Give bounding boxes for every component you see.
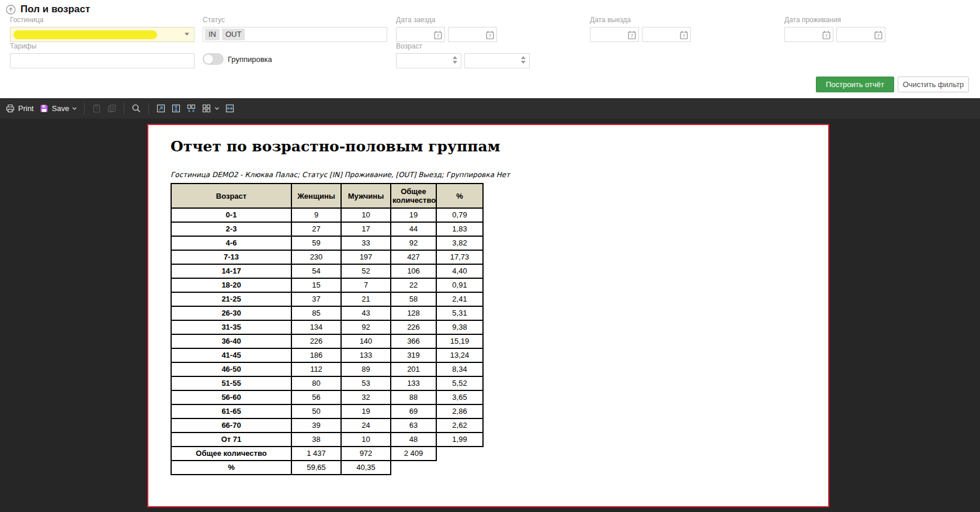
build-report-button[interactable]: Построить отчёт	[816, 77, 894, 92]
table-row: Общее количество1 4379722 409	[171, 447, 436, 461]
toolbar-divider	[148, 103, 149, 115]
departure-date-to-input[interactable]: 7	[642, 27, 691, 42]
report-table-wrap: Возраст Женщины Мужчины Общее количество…	[171, 183, 484, 475]
value-cell: 1 437	[291, 447, 341, 461]
departure-date-label: Дата выезда	[590, 16, 694, 25]
value-cell: 80	[291, 376, 341, 390]
value-cell: 63	[391, 418, 436, 433]
clear-filter-button[interactable]: Очистить фильтр	[898, 77, 969, 92]
search-button[interactable]	[131, 103, 141, 113]
value-cell: 92	[391, 236, 436, 250]
percent-table-body: %59,6540,35	[171, 461, 391, 475]
value-cell: 22	[391, 278, 436, 292]
print-label: Print	[18, 104, 34, 113]
value-cell: 140	[341, 334, 391, 348]
filter-panel: Пол и возраст Гостиница Статус IN OUT Да…	[0, 0, 980, 98]
zoom-page-button[interactable]	[156, 103, 166, 113]
value-cell: 10	[341, 208, 391, 222]
value-cell: 2,86	[436, 404, 483, 418]
stay-date-from-input[interactable]: 7	[784, 27, 833, 42]
row-label-cell: 66-70	[171, 418, 291, 433]
value-cell: 19	[391, 208, 436, 222]
fit-height-button[interactable]	[171, 103, 181, 113]
fit-width-button[interactable]	[225, 103, 235, 113]
status-tag-in[interactable]: IN	[205, 29, 220, 40]
row-label-cell: 36-40	[171, 334, 291, 348]
clipboard-button: ?	[92, 103, 102, 113]
calendar-icon[interactable]: 7	[874, 30, 882, 40]
value-cell: 5,31	[436, 306, 483, 320]
calendar-icon[interactable]: 7	[434, 30, 442, 40]
age-to-stepper[interactable]	[464, 53, 530, 68]
status-field[interactable]: IN OUT	[203, 27, 387, 42]
row-label-cell: 0-1	[171, 208, 291, 222]
table-row: 18-20157220,91	[171, 278, 483, 292]
report-title: Отчет по возрастно-половым группам	[171, 138, 501, 155]
print-button[interactable]: Print	[5, 103, 34, 113]
grouping-control: Группировка	[203, 53, 272, 65]
tariffs-input[interactable]	[10, 53, 194, 68]
value-cell: 58	[391, 292, 436, 306]
save-button[interactable]: Save	[39, 103, 78, 113]
departure-date-from-input[interactable]: 7	[590, 27, 639, 42]
stay-date-to-input[interactable]: 7	[836, 27, 885, 42]
value-cell: 4,40	[436, 264, 483, 278]
calendar-icon[interactable]: 7	[680, 30, 688, 40]
row-label-cell: 21-25	[171, 292, 291, 306]
collapse-panel-icon[interactable]	[6, 5, 16, 15]
chevron-down-icon	[72, 106, 77, 110]
calendar-icon[interactable]: 7	[822, 30, 830, 40]
value-cell: 8,34	[436, 362, 483, 376]
arrival-date-to-input[interactable]: 7	[448, 27, 497, 42]
value-cell: 112	[291, 362, 341, 376]
grouping-toggle[interactable]	[203, 53, 224, 65]
value-cell: 13,24	[436, 348, 483, 362]
grid-view-button[interactable]	[201, 103, 220, 113]
printer-icon	[5, 103, 15, 113]
svg-text:?: ?	[96, 107, 98, 111]
table-row: 41-4518613331913,24	[171, 348, 483, 362]
svg-text:7: 7	[437, 33, 440, 39]
column-header: Мужчины	[341, 184, 391, 208]
two-page-view-button[interactable]	[186, 103, 196, 113]
table-row: От 713810481,99	[171, 433, 483, 447]
value-cell: 9,38	[436, 320, 483, 334]
fit-height-icon	[171, 103, 181, 113]
value-cell: 201	[391, 362, 436, 376]
value-cell: 3,65	[436, 390, 483, 404]
value-cell: 2,41	[436, 292, 483, 306]
report-table: Возраст Женщины Мужчины Общее количество…	[171, 183, 484, 447]
row-label-cell: 46-50	[171, 362, 291, 376]
value-cell: 133	[391, 376, 436, 390]
chevron-down-icon	[214, 106, 220, 110]
value-cell: 85	[291, 306, 341, 320]
calendar-icon[interactable]: 7	[628, 30, 636, 40]
stepper-arrows-icon[interactable]	[521, 56, 526, 64]
report-preview-area[interactable]: Отчет по возрастно-половым группам Гости…	[0, 119, 980, 512]
value-cell: 5,52	[436, 376, 483, 390]
age-from-stepper[interactable]	[396, 53, 461, 68]
value-cell: 7	[341, 278, 391, 292]
value-cell: 2,62	[436, 418, 483, 433]
stepper-arrows-icon[interactable]	[453, 56, 457, 64]
status-tag-out[interactable]: OUT	[222, 29, 245, 40]
svg-text:7: 7	[877, 33, 880, 39]
row-label-cell: %	[171, 461, 291, 475]
save-label: Save	[52, 104, 69, 113]
hotel-select[interactable]	[10, 27, 194, 42]
value-cell: 24	[341, 418, 391, 433]
arrival-date-from-input[interactable]: 7	[396, 27, 445, 42]
row-label-cell: 2-3	[171, 222, 291, 236]
svg-text:7: 7	[825, 33, 828, 39]
chevron-down-icon	[185, 33, 189, 36]
stay-date-label: Дата проживания	[784, 16, 888, 25]
value-cell: 33	[341, 236, 391, 250]
table-row: 51-5580531335,52	[171, 376, 483, 390]
value-cell: 1,99	[436, 433, 483, 447]
column-header: %	[436, 184, 483, 208]
svg-text:7: 7	[631, 33, 634, 39]
calendar-icon[interactable]: 7	[486, 30, 494, 40]
row-label-cell: 51-55	[171, 376, 291, 390]
column-header: Возраст	[171, 184, 291, 208]
value-cell: 43	[341, 306, 391, 320]
